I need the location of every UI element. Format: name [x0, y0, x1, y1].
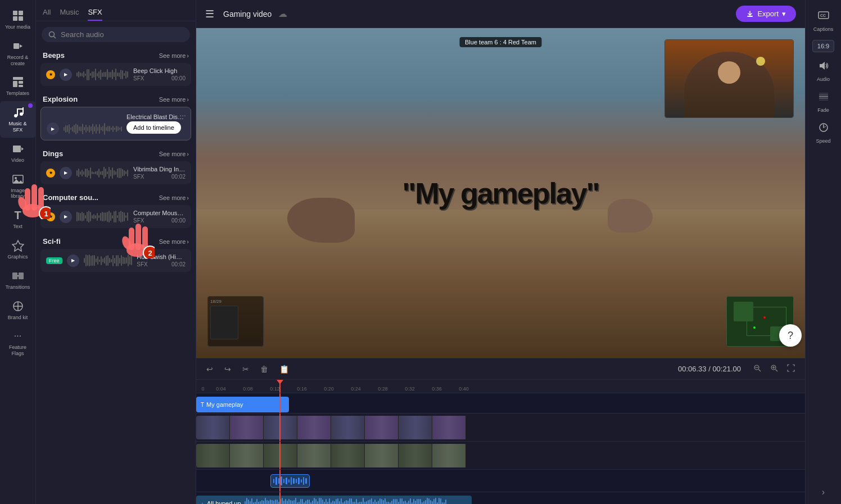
play-button[interactable]: ▶ — [60, 211, 72, 223]
svg-rect-27 — [747, 16, 753, 17]
music-track: ♪ All hyped up — [196, 492, 805, 504]
section-dings-header: Dings See more › — [40, 144, 191, 161]
more-options-btn[interactable]: ··· — [179, 111, 186, 120]
ruler-mark: 0:04 — [207, 386, 234, 393]
audio-duration: 00:00 — [171, 75, 186, 81]
sidebar-item-music-sfx[interactable]: Music &SFX — [0, 101, 36, 138]
video-strip-2[interactable] — [196, 444, 474, 467]
svg-rect-9 — [19, 85, 23, 87]
video-strip[interactable] — [196, 416, 474, 439]
free-badge: Free — [46, 257, 62, 264]
audio-info: Beep Click High SFX 00:00 — [133, 67, 186, 81]
video-segment — [365, 416, 399, 439]
sidebar-item-feature-flags[interactable]: ··· FeatureFlags — [0, 325, 36, 361]
sidebar-right-audio[interactable]: Audio — [808, 56, 839, 87]
see-more-dings[interactable]: See more › — [159, 151, 189, 157]
add-to-timeline-button[interactable]: Add to timeline — [126, 121, 181, 134]
sidebar-item-brand-kit[interactable]: Brand kit — [0, 295, 36, 325]
svg-marker-5 — [20, 44, 22, 48]
track-content-video1 — [196, 414, 805, 441]
collapse-right-sidebar-button[interactable]: › — [819, 485, 828, 500]
pip-person — [665, 40, 793, 117]
redo-button[interactable]: ↪ — [221, 362, 234, 376]
sidebar-item-templates[interactable]: Templates — [0, 71, 36, 101]
delete-button[interactable]: 🗑 — [257, 362, 272, 376]
audio-meta: SFX 00:00 — [133, 217, 186, 224]
fit-timeline-button[interactable] — [784, 362, 798, 376]
playhead[interactable] — [279, 380, 281, 393]
paste-button[interactable]: 📋 — [276, 362, 292, 376]
play-button[interactable]: ▶ — [60, 167, 72, 179]
svg-rect-2 — [13, 16, 17, 21]
undo-button[interactable]: ↩ — [203, 362, 216, 376]
play-button[interactable]: ▶ — [60, 69, 72, 81]
search-bar — [42, 27, 190, 42]
audio-item-vibrimba[interactable]: ★ ▶ Vibrimba Ding Interface 5 SFX 00:02 — [40, 161, 191, 184]
audio-item-mouse-click[interactable]: ★ ▶ Computer Mouse Single Click SFX 00:0… — [40, 205, 191, 228]
pip-overlay — [664, 39, 794, 118]
video-area: Blue team 6 : 4 Red Team "My gameplay" 1… — [196, 28, 805, 358]
hud-bottom-left: 18/29 — [207, 296, 264, 347]
tab-all[interactable]: All — [43, 4, 51, 21]
audio-item-beep-click-high[interactable]: ★ ▶ Beep Click High SFX 00:00 — [40, 63, 191, 86]
hamburger-menu[interactable]: ☰ — [205, 8, 214, 20]
sidebar-right-captions[interactable]: CC Captions — [808, 4, 839, 37]
sfx-clip[interactable] — [270, 474, 310, 488]
play-button[interactable]: ▶ — [47, 122, 59, 135]
sidebar-item-text[interactable]: T Text — [0, 204, 36, 234]
sfx-bar — [301, 479, 302, 483]
search-input[interactable] — [61, 30, 183, 39]
audio-label: Audio — [817, 76, 830, 82]
text-clip[interactable]: T My gameplay — [196, 397, 289, 412]
video-segment — [196, 444, 230, 467]
svg-rect-13 — [22, 107, 24, 114]
ruler-marks: 0 0:04 0:08 0:12 0:16 0:20 0:24 0:28 0:3… — [198, 380, 803, 393]
audio-item-hud-swish[interactable]: Free ▶ Hud Swish (High Tech, Sci-fi,... … — [40, 249, 191, 272]
sidebar-item-label: Graphics — [7, 254, 28, 260]
aspect-ratio-button[interactable]: 16:9 — [812, 40, 834, 52]
sfx-bar — [293, 478, 294, 484]
play-button[interactable]: ▶ — [67, 255, 79, 267]
fade-label: Fade — [817, 107, 829, 113]
audio-item-electrical-blast[interactable]: ··· ▶ Electrical Blast Distort... Add to… — [40, 107, 191, 140]
sidebar-item-video[interactable]: Video — [0, 138, 36, 168]
waveform-click — [76, 210, 129, 224]
svg-rect-0 — [13, 11, 17, 15]
sidebar-item-image-library[interactable]: Imagelibrary — [0, 168, 36, 205]
see-more-computer[interactable]: See more › — [159, 194, 189, 201]
sidebar-right-fade[interactable]: Fade — [808, 87, 839, 117]
cloud-save-icon[interactable]: ☁ — [278, 8, 287, 19]
sidebar-item-transitions[interactable]: Transitions — [0, 265, 36, 295]
timeline-ruler: 0 0:04 0:08 0:12 0:16 0:20 0:24 0:28 0:3… — [196, 380, 805, 393]
section-dings-title: Dings — [43, 149, 63, 158]
sidebar-item-your-media[interactable]: Your media — [0, 4, 36, 35]
sidebar-item-graphics[interactable]: Graphics — [0, 234, 36, 265]
svg-text:CC: CC — [820, 13, 826, 17]
zoom-out-button[interactable] — [750, 362, 765, 376]
zoom-in-button[interactable] — [767, 362, 781, 376]
video-segment — [432, 416, 466, 439]
help-button[interactable]: ? — [779, 324, 802, 347]
music-note-icon: ♪ — [201, 501, 204, 505]
score-overlay: Blue team 6 : 4 Red Team — [459, 37, 542, 47]
ruler-mark: 0:20 — [315, 386, 342, 393]
tab-music[interactable]: Music — [60, 4, 79, 21]
audio-duration: 00:02 — [171, 261, 186, 267]
sidebar-item-label: Brand kit — [8, 315, 28, 321]
sidebar-right-speed[interactable]: Speed — [808, 117, 839, 148]
ruler-mark: 0:28 — [369, 386, 396, 393]
top-bar: ☰ Gaming video ☁ Export ▾ — [196, 0, 805, 28]
music-clip[interactable]: ♪ All hyped up — [196, 496, 472, 504]
playhead-triangle — [277, 380, 283, 384]
see-more-explosion[interactable]: See more › — [159, 96, 189, 103]
sidebar-item-record[interactable]: Record &create — [0, 35, 36, 71]
see-more-beeps[interactable]: See more › — [159, 52, 189, 59]
export-button[interactable]: Export ▾ — [736, 6, 796, 22]
sfx-bar — [286, 478, 287, 484]
cut-button[interactable]: ✂ — [239, 362, 252, 376]
tab-sfx[interactable]: SFX — [88, 4, 102, 21]
audio-name: Beep Click High — [133, 67, 186, 74]
see-more-scifi[interactable]: See more › — [159, 238, 189, 245]
audio-meta: SFX 00:02 — [137, 261, 186, 267]
export-icon — [746, 10, 754, 18]
